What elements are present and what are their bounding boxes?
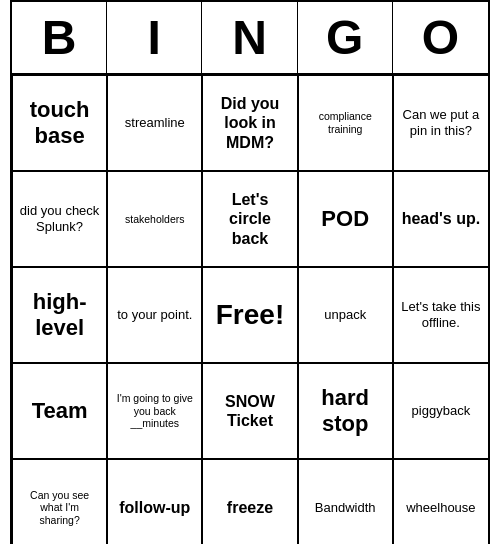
bingo-cell-9[interactable]: head's up. <box>393 171 488 267</box>
bingo-cell-17[interactable]: SNOW Ticket <box>202 363 297 459</box>
bingo-cell-18[interactable]: hard stop <box>298 363 393 459</box>
bingo-cell-text-14: Let's take this offline. <box>400 299 482 330</box>
bingo-cell-0[interactable]: touch base <box>12 75 107 171</box>
bingo-cell-20[interactable]: Can you see what I'm sharing? <box>12 459 107 544</box>
bingo-cell-15[interactable]: Team <box>12 363 107 459</box>
bingo-cell-text-22: freeze <box>227 498 273 517</box>
bingo-cell-24[interactable]: wheelhouse <box>393 459 488 544</box>
bingo-cell-8[interactable]: POD <box>298 171 393 267</box>
bingo-cell-23[interactable]: Bandwidth <box>298 459 393 544</box>
bingo-cell-13[interactable]: unpack <box>298 267 393 363</box>
bingo-cell-16[interactable]: I'm going to give you back __minutes <box>107 363 202 459</box>
bingo-cell-14[interactable]: Let's take this offline. <box>393 267 488 363</box>
bingo-letter-o: O <box>393 2 488 73</box>
bingo-cell-text-19: piggyback <box>412 403 471 419</box>
bingo-cell-text-2: Did you look in MDM? <box>209 94 290 152</box>
bingo-letter-n: N <box>202 2 297 73</box>
bingo-card: BINGO touch basestreamlineDid you look i… <box>10 0 490 544</box>
bingo-cell-text-9: head's up. <box>402 209 480 228</box>
bingo-cell-text-21: follow-up <box>119 498 190 517</box>
bingo-cell-11[interactable]: to your point. <box>107 267 202 363</box>
bingo-cell-22[interactable]: freeze <box>202 459 297 544</box>
bingo-cell-text-15: Team <box>32 398 88 424</box>
bingo-letter-i: I <box>107 2 202 73</box>
bingo-cell-text-6: stakeholders <box>125 213 185 226</box>
bingo-cell-text-8: POD <box>321 206 369 232</box>
bingo-cell-12[interactable]: Free! <box>202 267 297 363</box>
bingo-cell-4[interactable]: Can we put a pin in this? <box>393 75 488 171</box>
bingo-letter-b: B <box>12 2 107 73</box>
bingo-cell-6[interactable]: stakeholders <box>107 171 202 267</box>
bingo-cell-3[interactable]: compliance training <box>298 75 393 171</box>
bingo-cell-text-10: high-level <box>19 289 100 342</box>
bingo-cell-text-11: to your point. <box>117 307 192 323</box>
bingo-letter-g: G <box>298 2 393 73</box>
bingo-cell-5[interactable]: did you check Splunk? <box>12 171 107 267</box>
bingo-cell-text-20: Can you see what I'm sharing? <box>19 489 100 527</box>
bingo-cell-text-13: unpack <box>324 307 366 323</box>
bingo-header: BINGO <box>12 2 488 75</box>
bingo-cell-text-12: Free! <box>216 298 284 332</box>
bingo-cell-1[interactable]: streamline <box>107 75 202 171</box>
bingo-cell-2[interactable]: Did you look in MDM? <box>202 75 297 171</box>
bingo-grid: touch basestreamlineDid you look in MDM?… <box>12 75 488 544</box>
bingo-cell-text-17: SNOW Ticket <box>209 392 290 430</box>
bingo-cell-10[interactable]: high-level <box>12 267 107 363</box>
bingo-cell-text-7: Let's circle back <box>209 190 290 248</box>
bingo-cell-19[interactable]: piggyback <box>393 363 488 459</box>
bingo-cell-text-18: hard stop <box>305 385 386 438</box>
bingo-cell-text-3: compliance training <box>305 110 386 135</box>
bingo-cell-text-16: I'm going to give you back __minutes <box>114 392 195 430</box>
bingo-cell-7[interactable]: Let's circle back <box>202 171 297 267</box>
bingo-cell-text-5: did you check Splunk? <box>19 203 100 234</box>
bingo-cell-text-24: wheelhouse <box>406 500 475 516</box>
bingo-cell-text-1: streamline <box>125 115 185 131</box>
bingo-cell-text-0: touch base <box>19 97 100 150</box>
bingo-cell-21[interactable]: follow-up <box>107 459 202 544</box>
bingo-cell-text-23: Bandwidth <box>315 500 376 516</box>
bingo-cell-text-4: Can we put a pin in this? <box>400 107 482 138</box>
